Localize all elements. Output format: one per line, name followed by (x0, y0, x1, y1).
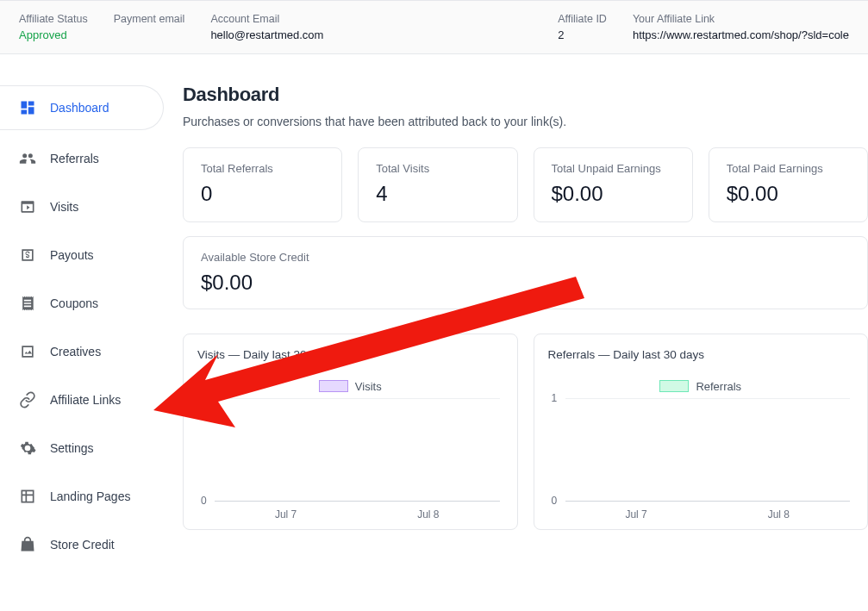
sidebar-item-label: Coupons (50, 297, 98, 309)
legend-label: Referrals (696, 380, 741, 393)
chart-legend: Visits (197, 380, 503, 393)
sidebar-item-store-credit[interactable]: Store Credit (0, 525, 164, 564)
sidebar-item-label: Creatives (50, 346, 101, 358)
sidebar-item-dashboard[interactable]: Dashboard (0, 85, 164, 130)
sidebar-item-visits[interactable]: Visits (0, 187, 164, 227)
sidebar-item-landing-pages[interactable]: Landing Pages (0, 477, 164, 516)
kpi-label: Total Visits (376, 162, 499, 177)
account-email-value: hello@restartmed.com (210, 28, 323, 41)
kpi-total-referrals: Total Referrals 0 (183, 147, 342, 222)
sidebar-item-creatives[interactable]: Creatives (0, 332, 164, 371)
chart-x-axis: Jul 7 Jul 8 (215, 508, 500, 521)
sidebar-item-label: Referrals (50, 153, 99, 165)
payment-email: Payment email (114, 13, 185, 25)
kpi-total-paid: Total Paid Earnings $0.00 (709, 147, 868, 222)
credit-value: $0.00 (201, 271, 850, 295)
chart-title: Referrals — Daily last 30 days (548, 348, 854, 361)
chart-visits: Visits — Daily last 30 days Visits 1 0 J… (183, 334, 518, 530)
chart-legend: Referrals (548, 380, 854, 393)
gear-icon (19, 440, 36, 457)
legend-label: Visits (355, 380, 382, 393)
affiliate-status: Affiliate Status Approved (19, 13, 88, 41)
sidebar-item-referrals[interactable]: Referrals (0, 139, 164, 178)
affiliate-link-label: Your Affiliate Link (633, 13, 849, 25)
kpi-row: Total Referrals 0 Total Visits 4 Total U… (183, 147, 868, 222)
sidebar-item-coupons[interactable]: Coupons (0, 284, 164, 323)
y-tick: 1 (201, 392, 207, 404)
y-tick: 0 (552, 495, 558, 507)
affiliate-id: Affiliate ID 2 (558, 13, 607, 41)
y-tick: 1 (552, 392, 558, 404)
x-tick: Jul 7 (625, 508, 646, 521)
dashboard-icon (19, 99, 36, 116)
affiliate-status-label: Affiliate Status (19, 13, 88, 25)
affiliate-link-value[interactable]: https://www.restartmed.com/shop/?sld=col… (633, 28, 849, 41)
sidebar-item-payouts[interactable]: Payouts (0, 235, 164, 275)
account-email: Account Email hello@restartmed.com (210, 13, 323, 41)
sidebar-item-label: Landing Pages (50, 490, 130, 502)
sidebar-item-label: Dashboard (50, 102, 109, 114)
receipt-icon (19, 295, 36, 312)
sidebar-item-label: Affiliate Links (50, 394, 121, 406)
sidebar-nav: Dashboard Referrals Visits Payouts Coupo… (0, 54, 164, 573)
header-info-bar: Affiliate Status Approved Payment email … (0, 0, 868, 54)
credit-label: Available Store Credit (201, 251, 850, 265)
main-content: Dashboard Purchases or conversions that … (164, 54, 868, 573)
page-title: Dashboard (183, 84, 868, 106)
image-icon (19, 343, 36, 360)
kpi-value: $0.00 (727, 182, 850, 206)
available-store-credit-card: Available Store Credit $0.00 (183, 236, 868, 309)
kpi-label: Total Paid Earnings (727, 162, 850, 177)
kpi-total-visits: Total Visits 4 (358, 147, 517, 222)
legend-swatch-visits (319, 380, 348, 392)
legend-swatch-referrals (659, 380, 689, 392)
payment-email-label: Payment email (114, 13, 185, 25)
chart-title: Visits — Daily last 30 days (197, 348, 503, 361)
kpi-value: $0.00 (552, 182, 675, 206)
y-tick: 0 (201, 495, 207, 507)
payout-icon (19, 246, 36, 264)
link-icon (19, 391, 36, 408)
kpi-value: 0 (201, 182, 324, 206)
affiliate-id-value: 2 (558, 28, 607, 41)
chart-x-axis: Jul 7 Jul 8 (565, 508, 851, 521)
chart-plot-area: 1 0 (215, 398, 500, 502)
shopping-bag-icon (19, 536, 36, 553)
affiliate-link: Your Affiliate Link https://www.restartm… (633, 13, 849, 41)
x-tick: Jul 8 (768, 508, 790, 521)
kpi-label: Total Unpaid Earnings (552, 162, 675, 177)
sidebar-item-affiliate-links[interactable]: Affiliate Links (0, 380, 164, 420)
grid-icon (19, 488, 36, 505)
page-subtitle: Purchases or conversions that have been … (183, 115, 868, 128)
sidebar-item-label: Visits (50, 201, 78, 213)
chart-referrals: Referrals — Daily last 30 days Referrals… (534, 334, 869, 530)
x-tick: Jul 7 (275, 508, 297, 521)
sidebar-item-settings[interactable]: Settings (0, 428, 164, 468)
sidebar-item-label: Payouts (50, 249, 94, 261)
sidebar-item-label: Store Credit (50, 539, 115, 551)
affiliate-status-value: Approved (19, 28, 88, 41)
kpi-value: 4 (376, 182, 499, 206)
affiliate-id-label: Affiliate ID (558, 13, 607, 25)
sidebar-item-label: Settings (50, 442, 94, 454)
kpi-total-unpaid: Total Unpaid Earnings $0.00 (534, 147, 693, 222)
people-icon (19, 150, 36, 167)
account-email-label: Account Email (210, 13, 323, 25)
chart-plot-area: 1 0 (565, 398, 851, 502)
charts-row: Visits — Daily last 30 days Visits 1 0 J… (183, 334, 868, 530)
browser-icon (19, 198, 36, 215)
x-tick: Jul 8 (417, 508, 439, 521)
kpi-label: Total Referrals (201, 162, 324, 177)
